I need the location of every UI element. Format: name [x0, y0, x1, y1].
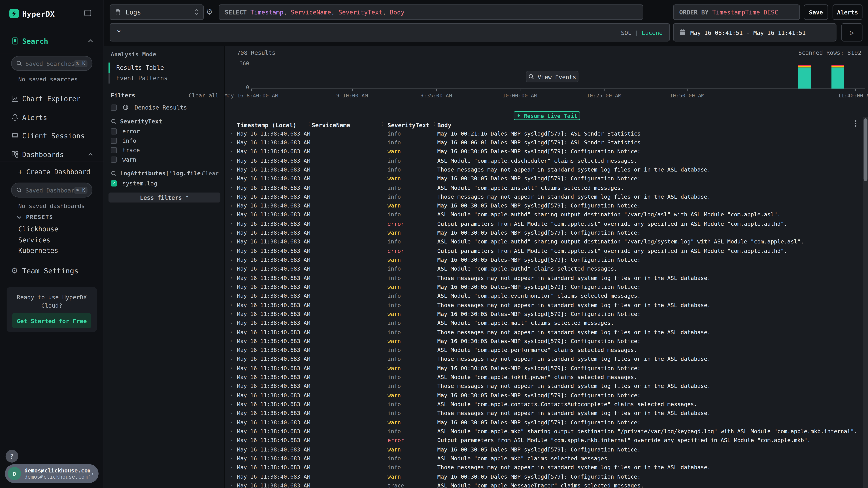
row-expand-chevron-icon[interactable]: ›: [225, 293, 237, 299]
row-expand-chevron-icon[interactable]: ›: [225, 257, 237, 263]
row-expand-chevron-icon[interactable]: ›: [225, 329, 237, 335]
checkbox-checked[interactable]: ✓: [111, 180, 117, 186]
sidebar-item-client-sessions[interactable]: Client Sessions: [0, 129, 104, 142]
log-row[interactable]: ›May 16 11:38:40.683 AMinfoASL Module "c…: [225, 427, 861, 436]
log-row[interactable]: ›May 16 11:38:40.683 AMwarnMay 16 00:30:…: [225, 174, 861, 183]
row-expand-chevron-icon[interactable]: ›: [225, 465, 237, 470]
alerts-button[interactable]: Alerts: [833, 4, 862, 20]
row-expand-chevron-icon[interactable]: ›: [225, 374, 237, 380]
attr-filter-option[interactable]: ✓ system.log: [111, 180, 157, 187]
log-row[interactable]: ›May 16 11:38:40.683 AMinfoASL Module "c…: [225, 183, 861, 192]
severity-filter-option[interactable]: trace: [111, 147, 140, 153]
source-select[interactable]: Logs: [110, 4, 204, 20]
analysis-mode-option[interactable]: Event Patterns: [108, 73, 219, 84]
histogram-bar[interactable]: [832, 65, 844, 89]
row-expand-chevron-icon[interactable]: ›: [225, 320, 237, 326]
checkbox[interactable]: [111, 104, 117, 110]
log-row[interactable]: ›May 16 11:38:40.683 AMinfoASL Module "c…: [225, 264, 861, 273]
user-menu[interactable]: D demos@clickhouse.com demos@clickhouse.…: [5, 464, 98, 483]
checkbox[interactable]: [111, 137, 117, 144]
scrollbar-track[interactable]: [863, 117, 868, 488]
row-expand-chevron-icon[interactable]: ›: [225, 176, 237, 182]
row-expand-chevron-icon[interactable]: ›: [225, 248, 237, 254]
row-expand-chevron-icon[interactable]: ›: [225, 275, 237, 281]
log-row[interactable]: ›May 16 11:38:40.683 AMwarnMay 16 00:30:…: [225, 445, 861, 454]
sidebar-item-alerts[interactable]: Alerts: [0, 110, 104, 124]
col-body[interactable]: Body: [437, 122, 861, 128]
log-row[interactable]: ›May 16 11:38:40.683 AMwarnMay 16 00:30:…: [225, 282, 861, 291]
log-row[interactable]: ›May 16 11:38:40.683 AMinfoThose message…: [225, 463, 861, 472]
row-expand-chevron-icon[interactable]: ›: [225, 338, 237, 344]
log-row[interactable]: ›May 16 11:38:40.683 AMinfoThose message…: [225, 382, 861, 391]
row-expand-chevron-icon[interactable]: ›: [225, 483, 237, 488]
row-expand-chevron-icon[interactable]: ›: [225, 167, 237, 172]
create-dashboard-button[interactable]: + Create Dashboard: [18, 168, 90, 176]
get-started-button[interactable]: Get Started for Free: [12, 313, 91, 328]
log-row[interactable]: ›May 16 11:38:40.683 AMinfoMay 16 00:06:…: [225, 138, 861, 147]
help-button[interactable]: ?: [6, 450, 18, 462]
row-expand-chevron-icon[interactable]: ›: [225, 230, 237, 235]
log-row[interactable]: ›May 16 11:38:40.683 AMwarnMay 16 00:30:…: [225, 201, 861, 210]
row-expand-chevron-icon[interactable]: ›: [225, 212, 237, 218]
row-expand-chevron-icon[interactable]: ›: [225, 428, 237, 434]
log-row[interactable]: ›May 16 11:38:40.683 AMerrorOutput param…: [225, 246, 861, 255]
log-row[interactable]: ›May 16 11:38:40.683 AMinfoASL Module "c…: [225, 237, 861, 246]
mode-sql-toggle[interactable]: SQL: [621, 29, 631, 36]
row-expand-chevron-icon[interactable]: ›: [225, 158, 237, 163]
row-expand-chevron-icon[interactable]: ›: [225, 239, 237, 245]
checkbox[interactable]: [111, 128, 117, 134]
sidebar-item-chart-explorer[interactable]: Chart Explorer: [0, 92, 104, 105]
log-row[interactable]: ›May 16 11:38:40.683 AMinfoASL Module "c…: [225, 156, 861, 165]
log-row[interactable]: ›May 16 11:38:40.683 AMinfoThose message…: [225, 165, 861, 174]
log-row[interactable]: ›May 16 11:38:40.683 AMinfoASL Module "c…: [225, 373, 861, 382]
log-row[interactable]: ›May 16 11:38:40.683 AMwarnMay 16 00:30:…: [225, 255, 861, 264]
clear-attr-filter-link[interactable]: Clear: [202, 170, 219, 176]
row-expand-chevron-icon[interactable]: ›: [225, 284, 237, 290]
col-severitytext[interactable]: SeverityText: [388, 122, 437, 128]
presets-toggle[interactable]: PRESETS: [17, 214, 53, 220]
col-timestamp[interactable]: Timestamp (Local): [237, 122, 312, 128]
row-expand-chevron-icon[interactable]: ›: [225, 347, 237, 353]
sidebar-item-team-settings[interactable]: ⚙ Team Settings: [0, 264, 104, 277]
log-row[interactable]: ›May 16 11:38:40.683 AMerrorOutput param…: [225, 219, 861, 228]
less-filters-button[interactable]: Less filters ⌃: [108, 193, 220, 202]
log-row[interactable]: ›May 16 11:38:40.683 AMwarnMay 16 00:30:…: [225, 364, 861, 373]
log-row[interactable]: ›May 16 11:38:40.683 AMwarnMay 16 00:30:…: [225, 391, 861, 400]
saved-dashboards-input[interactable]: Saved Dashboards ⌘ K: [11, 183, 92, 198]
column-resize-handle[interactable]: ⋮: [380, 121, 384, 127]
row-expand-chevron-icon[interactable]: ›: [225, 456, 237, 461]
log-row[interactable]: ›May 16 11:38:40.683 AMerrorOutput param…: [225, 436, 861, 445]
row-expand-chevron-icon[interactable]: ›: [225, 203, 237, 208]
row-expand-chevron-icon[interactable]: ›: [225, 194, 237, 199]
column-resize-handle[interactable]: ⋮: [307, 121, 311, 127]
preset-item[interactable]: Kubernetes: [18, 247, 58, 255]
save-button[interactable]: Save: [804, 4, 828, 20]
row-expand-chevron-icon[interactable]: ›: [225, 437, 237, 443]
severity-filter-option[interactable]: info: [111, 137, 136, 144]
histogram-bar[interactable]: [798, 65, 811, 89]
row-expand-chevron-icon[interactable]: ›: [225, 474, 237, 479]
saved-searches-input[interactable]: Saved Searches ⌘ K: [11, 56, 92, 71]
clear-all-link[interactable]: Clear all: [189, 92, 219, 98]
search-query-input[interactable]: * SQL | Lucene: [110, 23, 670, 41]
resume-live-tail-button[interactable]: Resume Live Tail: [514, 111, 580, 120]
row-expand-chevron-icon[interactable]: ›: [225, 383, 237, 389]
row-expand-chevron-icon[interactable]: ›: [225, 266, 237, 272]
log-row[interactable]: ›May 16 11:38:40.683 AMinfoThose message…: [225, 409, 861, 418]
source-settings-gear-icon[interactable]: ⚙: [206, 7, 213, 16]
log-row[interactable]: ›May 16 11:38:40.683 AMwarnMay 16 00:30:…: [225, 147, 861, 156]
sidebar-item-dashboards[interactable]: Dashboards: [0, 148, 104, 161]
log-row[interactable]: ›May 16 11:38:40.683 AMinfoASL Module "c…: [225, 346, 861, 355]
row-expand-chevron-icon[interactable]: ›: [225, 302, 237, 308]
log-row[interactable]: ›May 16 11:38:40.683 AMinfoASL Module "c…: [225, 210, 861, 219]
col-servicename[interactable]: ServiceName: [312, 122, 388, 128]
preset-item[interactable]: Clickhouse: [18, 225, 58, 233]
severity-filter-option[interactable]: error: [111, 128, 140, 134]
denoise-filter[interactable]: Denoise Results: [111, 104, 187, 111]
row-expand-chevron-icon[interactable]: ›: [225, 447, 237, 452]
log-row[interactable]: ›May 16 11:38:40.683 AMinfoASL Module "c…: [225, 454, 861, 463]
log-row[interactable]: ›May 16 11:38:40.683 AMwarnMay 16 00:30:…: [225, 336, 861, 346]
severity-filter-option[interactable]: warn: [111, 156, 136, 163]
row-expand-chevron-icon[interactable]: ›: [225, 365, 237, 371]
order-by-input[interactable]: ORDER BY TimestampTime DESC: [673, 4, 800, 20]
